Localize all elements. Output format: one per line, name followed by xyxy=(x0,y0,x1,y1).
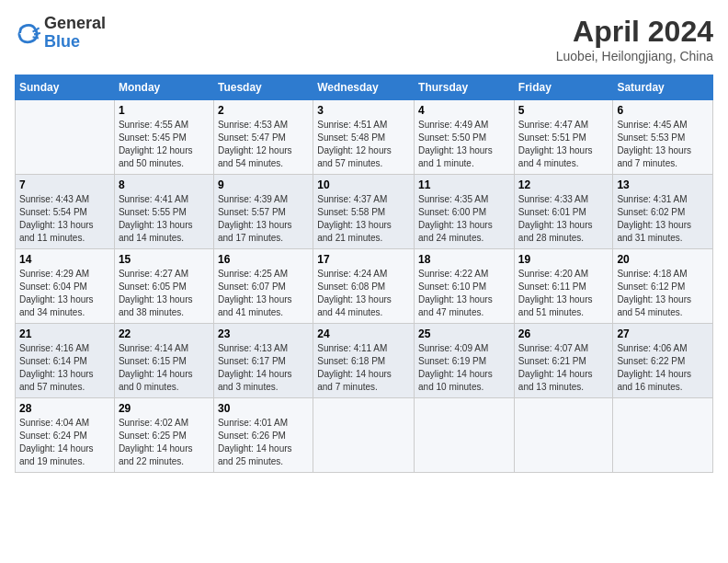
day-cell: 28Sunrise: 4:04 AMSunset: 6:24 PMDayligh… xyxy=(16,398,115,473)
day-info: Sunrise: 4:07 AMSunset: 6:21 PMDaylight:… xyxy=(518,342,609,394)
day-cell xyxy=(613,398,713,473)
day-number: 18 xyxy=(418,253,510,266)
day-info: Sunrise: 4:55 AMSunset: 5:45 PMDaylight:… xyxy=(119,119,210,170)
day-info: Sunrise: 4:20 AMSunset: 6:11 PMDaylight:… xyxy=(518,268,609,319)
day-info: Sunrise: 4:33 AMSunset: 6:01 PMDaylight:… xyxy=(518,193,609,245)
logo-text: General Blue xyxy=(44,15,106,52)
month-year-title: April 2024 xyxy=(556,15,713,49)
day-number: 27 xyxy=(617,327,709,340)
week-row-2: 7Sunrise: 4:43 AMSunset: 5:54 PMDaylight… xyxy=(16,175,713,249)
day-number: 22 xyxy=(119,327,210,340)
day-number: 7 xyxy=(19,178,110,191)
day-cell: 11Sunrise: 4:35 AMSunset: 6:00 PMDayligh… xyxy=(415,175,515,249)
header-cell-wednesday: Wednesday xyxy=(313,75,415,100)
day-number: 3 xyxy=(317,104,410,117)
day-cell xyxy=(313,398,415,473)
header-cell-monday: Monday xyxy=(114,75,213,100)
day-number: 9 xyxy=(218,178,309,191)
day-cell: 13Sunrise: 4:31 AMSunset: 6:02 PMDayligh… xyxy=(613,175,713,249)
day-info: Sunrise: 4:13 AMSunset: 6:17 PMDaylight:… xyxy=(218,342,309,394)
day-number: 12 xyxy=(518,178,609,191)
day-cell: 27Sunrise: 4:06 AMSunset: 6:22 PMDayligh… xyxy=(613,324,713,398)
location-subtitle: Luobei, Heilongjiang, China xyxy=(556,49,713,63)
day-number: 15 xyxy=(119,253,210,266)
day-number: 23 xyxy=(218,327,309,340)
header-row: SundayMondayTuesdayWednesdayThursdayFrid… xyxy=(16,75,713,100)
header-cell-friday: Friday xyxy=(514,75,613,100)
day-info: Sunrise: 4:25 AMSunset: 6:07 PMDaylight:… xyxy=(218,268,309,319)
day-cell: 20Sunrise: 4:18 AMSunset: 6:12 PMDayligh… xyxy=(613,249,713,324)
day-number: 20 xyxy=(617,253,709,266)
day-number: 6 xyxy=(617,104,709,117)
day-info: Sunrise: 4:39 AMSunset: 5:57 PMDaylight:… xyxy=(218,193,309,245)
day-number: 21 xyxy=(19,327,110,340)
day-number: 24 xyxy=(317,327,410,340)
day-cell: 12Sunrise: 4:33 AMSunset: 6:01 PMDayligh… xyxy=(514,175,613,249)
day-cell: 7Sunrise: 4:43 AMSunset: 5:54 PMDaylight… xyxy=(16,175,115,249)
day-info: Sunrise: 4:06 AMSunset: 6:22 PMDaylight:… xyxy=(617,342,709,394)
day-number: 4 xyxy=(418,104,510,117)
day-cell: 4Sunrise: 4:49 AMSunset: 5:50 PMDaylight… xyxy=(415,100,515,175)
day-number: 26 xyxy=(518,327,609,340)
day-cell xyxy=(514,398,613,473)
day-info: Sunrise: 4:04 AMSunset: 6:24 PMDaylight:… xyxy=(19,417,110,468)
day-info: Sunrise: 4:49 AMSunset: 5:50 PMDaylight:… xyxy=(418,119,510,170)
header-cell-thursday: Thursday xyxy=(415,75,515,100)
day-cell: 29Sunrise: 4:02 AMSunset: 6:25 PMDayligh… xyxy=(114,398,213,473)
day-cell: 14Sunrise: 4:29 AMSunset: 6:04 PMDayligh… xyxy=(16,249,115,324)
day-cell: 21Sunrise: 4:16 AMSunset: 6:14 PMDayligh… xyxy=(16,324,115,398)
title-block: April 2024 Luobei, Heilongjiang, China xyxy=(556,15,713,63)
day-cell: 17Sunrise: 4:24 AMSunset: 6:08 PMDayligh… xyxy=(313,249,415,324)
day-number: 19 xyxy=(518,253,609,266)
day-number: 14 xyxy=(19,253,110,266)
day-cell: 10Sunrise: 4:37 AMSunset: 5:58 PMDayligh… xyxy=(313,175,415,249)
day-info: Sunrise: 4:01 AMSunset: 6:26 PMDaylight:… xyxy=(218,417,309,468)
header-cell-tuesday: Tuesday xyxy=(213,75,313,100)
day-info: Sunrise: 4:47 AMSunset: 5:51 PMDaylight:… xyxy=(518,119,609,170)
day-info: Sunrise: 4:51 AMSunset: 5:48 PMDaylight:… xyxy=(317,119,410,170)
day-number: 2 xyxy=(218,104,309,117)
day-cell: 6Sunrise: 4:45 AMSunset: 5:53 PMDaylight… xyxy=(613,100,713,175)
day-number: 11 xyxy=(418,178,510,191)
day-info: Sunrise: 4:16 AMSunset: 6:14 PMDaylight:… xyxy=(19,342,110,394)
day-cell: 15Sunrise: 4:27 AMSunset: 6:05 PMDayligh… xyxy=(114,249,213,324)
day-number: 8 xyxy=(119,178,210,191)
week-row-3: 14Sunrise: 4:29 AMSunset: 6:04 PMDayligh… xyxy=(16,249,713,324)
day-cell xyxy=(16,100,115,175)
day-number: 13 xyxy=(617,178,709,191)
day-info: Sunrise: 4:18 AMSunset: 6:12 PMDaylight:… xyxy=(617,268,709,319)
day-number: 28 xyxy=(19,402,110,415)
day-cell: 22Sunrise: 4:14 AMSunset: 6:15 PMDayligh… xyxy=(114,324,213,398)
day-cell: 8Sunrise: 4:41 AMSunset: 5:55 PMDaylight… xyxy=(114,175,213,249)
day-cell: 23Sunrise: 4:13 AMSunset: 6:17 PMDayligh… xyxy=(213,324,313,398)
day-cell: 24Sunrise: 4:11 AMSunset: 6:18 PMDayligh… xyxy=(313,324,415,398)
day-number: 17 xyxy=(317,253,410,266)
day-info: Sunrise: 4:24 AMSunset: 6:08 PMDaylight:… xyxy=(317,268,410,319)
day-info: Sunrise: 4:35 AMSunset: 6:00 PMDaylight:… xyxy=(418,193,510,245)
day-info: Sunrise: 4:22 AMSunset: 6:10 PMDaylight:… xyxy=(418,268,510,319)
day-number: 16 xyxy=(218,253,309,266)
day-info: Sunrise: 4:14 AMSunset: 6:15 PMDaylight:… xyxy=(119,342,210,394)
day-number: 5 xyxy=(518,104,609,117)
day-info: Sunrise: 4:37 AMSunset: 5:58 PMDaylight:… xyxy=(317,193,410,245)
day-info: Sunrise: 4:09 AMSunset: 6:19 PMDaylight:… xyxy=(418,342,510,394)
header-cell-sunday: Sunday xyxy=(16,75,115,100)
header-cell-saturday: Saturday xyxy=(613,75,713,100)
day-info: Sunrise: 4:29 AMSunset: 6:04 PMDaylight:… xyxy=(19,268,110,319)
day-number: 25 xyxy=(418,327,510,340)
day-cell: 30Sunrise: 4:01 AMSunset: 6:26 PMDayligh… xyxy=(213,398,313,473)
day-info: Sunrise: 4:11 AMSunset: 6:18 PMDaylight:… xyxy=(317,342,410,394)
week-row-1: 1Sunrise: 4:55 AMSunset: 5:45 PMDaylight… xyxy=(16,100,713,175)
day-info: Sunrise: 4:53 AMSunset: 5:47 PMDaylight:… xyxy=(218,119,309,170)
day-cell: 16Sunrise: 4:25 AMSunset: 6:07 PMDayligh… xyxy=(213,249,313,324)
day-cell: 18Sunrise: 4:22 AMSunset: 6:10 PMDayligh… xyxy=(415,249,515,324)
day-number: 30 xyxy=(218,402,309,415)
day-number: 10 xyxy=(317,178,410,191)
day-info: Sunrise: 4:31 AMSunset: 6:02 PMDaylight:… xyxy=(617,193,709,245)
day-info: Sunrise: 4:27 AMSunset: 6:05 PMDaylight:… xyxy=(119,268,210,319)
calendar-table: SundayMondayTuesdayWednesdayThursdayFrid… xyxy=(15,75,713,473)
day-cell: 26Sunrise: 4:07 AMSunset: 6:21 PMDayligh… xyxy=(514,324,613,398)
day-info: Sunrise: 4:02 AMSunset: 6:25 PMDaylight:… xyxy=(119,417,210,468)
day-cell: 1Sunrise: 4:55 AMSunset: 5:45 PMDaylight… xyxy=(114,100,213,175)
week-row-4: 21Sunrise: 4:16 AMSunset: 6:14 PMDayligh… xyxy=(16,324,713,398)
